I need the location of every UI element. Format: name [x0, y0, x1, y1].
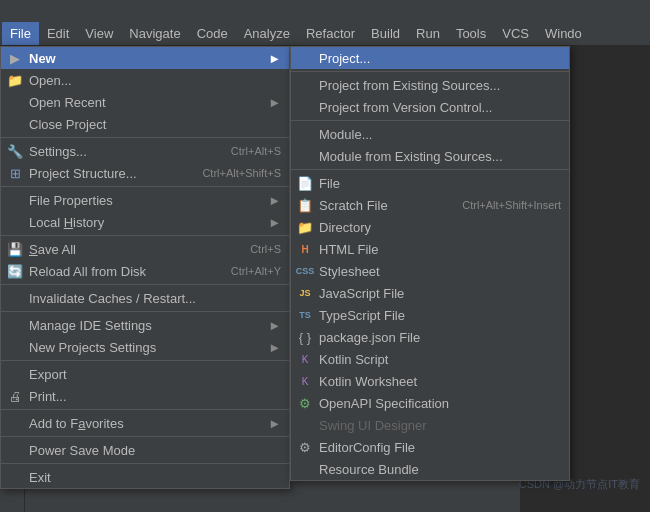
exit-label: Exit — [29, 470, 51, 485]
menu-option-export[interactable]: Export — [1, 363, 289, 385]
typescript-label: TypeScript File — [319, 308, 405, 323]
menu-option-file-properties[interactable]: File Properties ► — [1, 189, 289, 211]
submenu-directory[interactable]: 📁 Directory — [291, 216, 569, 238]
export-label: Export — [29, 367, 67, 382]
menu-option-print[interactable]: 🖨 Print... — [1, 385, 289, 407]
kotlin-worksheet-icon: K — [297, 373, 313, 389]
openapi-icon: ⚙ — [297, 395, 313, 411]
menu-code[interactable]: Code — [189, 22, 236, 45]
submenu-stylesheet[interactable]: CSS Stylesheet — [291, 260, 569, 282]
menu-option-close-project[interactable]: Close Project — [1, 113, 289, 135]
project-existing-label: Project from Existing Sources... — [319, 78, 500, 93]
menu-navigate[interactable]: Navigate — [121, 22, 188, 45]
sep1 — [1, 137, 289, 138]
menu-option-power-save[interactable]: Power Save Mode — [1, 439, 289, 461]
menu-option-manage-ide[interactable]: Manage IDE Settings ► — [1, 314, 289, 336]
manage-ide-label: Manage IDE Settings — [29, 318, 152, 333]
menu-option-invalidate[interactable]: Invalidate Caches / Restart... — [1, 287, 289, 309]
new-icon: ▶ — [7, 50, 23, 66]
close-project-label: Close Project — [29, 117, 106, 132]
menu-option-new[interactable]: ▶ New ► — [1, 47, 289, 69]
css-icon: CSS — [297, 263, 313, 279]
sep8 — [1, 436, 289, 437]
json-icon: { } — [297, 329, 313, 345]
reload-shortcut: Ctrl+Alt+Y — [211, 265, 281, 277]
sep7 — [1, 409, 289, 410]
swing-label: Swing UI Designer — [319, 418, 427, 433]
submenu-kotlin-script[interactable]: K Kotlin Script — [291, 348, 569, 370]
menu-option-favorites[interactable]: Add to Favorites ► — [1, 412, 289, 434]
favorites-label: Add to Favorites — [29, 416, 124, 431]
submenu-resource-bundle[interactable]: Resource Bundle — [291, 458, 569, 480]
menu-option-settings[interactable]: 🔧 Settings... Ctrl+Alt+S — [1, 140, 289, 162]
sep4 — [1, 284, 289, 285]
menu-build[interactable]: Build — [363, 22, 408, 45]
menu-edit[interactable]: Edit — [39, 22, 77, 45]
sep2 — [1, 186, 289, 187]
file-dropdown: ▶ New ► 📁 Open... Open Recent ► Close Pr… — [0, 46, 290, 489]
open-recent-arrow: ► — [268, 95, 281, 110]
menu-option-save-all[interactable]: 💾 Save All Ctrl+S — [1, 238, 289, 260]
sep6 — [1, 360, 289, 361]
settings-shortcut: Ctrl+Alt+S — [211, 145, 281, 157]
print-icon: 🖨 — [7, 388, 23, 404]
submenu-module[interactable]: Module... — [291, 123, 569, 145]
local-history-arrow: ► — [268, 215, 281, 230]
menu-option-new-projects[interactable]: New Projects Settings ► — [1, 336, 289, 358]
submenu-project-vcs[interactable]: Project from Version Control... — [291, 96, 569, 118]
settings-wrench-icon: 🔧 — [7, 143, 23, 159]
menu-refactor[interactable]: Refactor — [298, 22, 363, 45]
file-icon: 📄 — [297, 175, 313, 191]
submenu-file[interactable]: 📄 File — [291, 172, 569, 194]
editorconfig-icon: ⚙ — [297, 439, 313, 455]
ts-icon: TS — [297, 307, 313, 323]
favorites-arrow: ► — [268, 416, 281, 431]
title-bar — [0, 0, 650, 22]
js-icon: JS — [297, 285, 313, 301]
module-label: Module... — [319, 127, 372, 142]
menu-option-local-history[interactable]: Local History ► — [1, 211, 289, 233]
file-label: File — [319, 176, 340, 191]
scratch-icon: 📋 — [297, 197, 313, 213]
submenu-editorconfig[interactable]: ⚙ EditorConfig File — [291, 436, 569, 458]
menu-view[interactable]: View — [77, 22, 121, 45]
sub-sep2 — [291, 120, 569, 121]
submenu-kotlin-worksheet[interactable]: K Kotlin Worksheet — [291, 370, 569, 392]
sep5 — [1, 311, 289, 312]
menu-file[interactable]: File — [2, 22, 39, 45]
print-label: Print... — [29, 389, 67, 404]
submenu-module-existing[interactable]: Module from Existing Sources... — [291, 145, 569, 167]
project-label: Project... — [319, 51, 370, 66]
menu-run[interactable]: Run — [408, 22, 448, 45]
menu-analyze[interactable]: Analyze — [236, 22, 298, 45]
menu-bar: File Edit View Navigate Code Analyze Ref… — [0, 22, 650, 46]
file-properties-label: File Properties — [29, 193, 113, 208]
submenu-project-existing[interactable]: Project from Existing Sources... — [291, 74, 569, 96]
submenu-project[interactable]: Project... — [291, 47, 569, 69]
submenu-openapi[interactable]: ⚙ OpenAPI Specification — [291, 392, 569, 414]
sep9 — [1, 463, 289, 464]
menu-vcs[interactable]: VCS — [494, 22, 537, 45]
menu-option-open[interactable]: 📁 Open... — [1, 69, 289, 91]
editorconfig-label: EditorConfig File — [319, 440, 415, 455]
menu-window[interactable]: Windo — [537, 22, 590, 45]
scratch-shortcut: Ctrl+Alt+Shift+Insert — [462, 199, 561, 211]
manage-ide-arrow: ► — [268, 318, 281, 333]
submenu-javascript[interactable]: JS JavaScript File — [291, 282, 569, 304]
submenu-typescript[interactable]: TS TypeScript File — [291, 304, 569, 326]
power-save-label: Power Save Mode — [29, 443, 135, 458]
submenu-scratch[interactable]: 📋 Scratch File Ctrl+Alt+Shift+Insert — [291, 194, 569, 216]
save-all-shortcut: Ctrl+S — [230, 243, 281, 255]
menu-option-project-structure[interactable]: ⊞ Project Structure... Ctrl+Alt+Shift+S — [1, 162, 289, 184]
html-label: HTML File — [319, 242, 378, 257]
menu-option-open-recent[interactable]: Open Recent ► — [1, 91, 289, 113]
new-arrow: ► — [268, 51, 281, 66]
menu-tools[interactable]: Tools — [448, 22, 494, 45]
menu-option-exit[interactable]: Exit — [1, 466, 289, 488]
submenu-html[interactable]: H HTML File — [291, 238, 569, 260]
new-submenu: Project... Project from Existing Sources… — [290, 46, 570, 481]
menu-option-reload[interactable]: 🔄 Reload All from Disk Ctrl+Alt+Y — [1, 260, 289, 282]
reload-icon: 🔄 — [7, 263, 23, 279]
submenu-package-json[interactable]: { } package.json File — [291, 326, 569, 348]
directory-icon: 📁 — [297, 219, 313, 235]
